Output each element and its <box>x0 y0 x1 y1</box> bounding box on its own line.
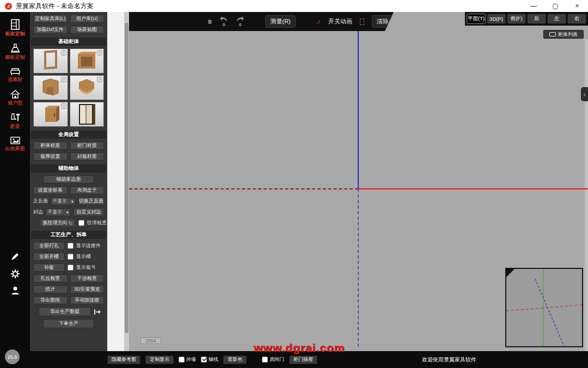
texture-direction-button[interactable]: 换纹理方向↻ <box>40 219 76 227</box>
welcome-text: 欢迎使用景翼家具软件 <box>422 356 476 364</box>
show-board-no-checkbox[interactable] <box>68 265 74 271</box>
thumb-corner-l-cabinet[interactable]: ? <box>33 75 68 100</box>
toggle-animation-button[interactable]: 开关动画 <box>328 17 352 26</box>
custom-display-button[interactable]: 定制显示 <box>145 355 174 364</box>
wardrobe-icon <box>77 103 96 126</box>
edge-band-dropdown[interactable]: 不显示▾ <box>46 208 71 216</box>
thumb-open-frame-cabinet[interactable]: ? <box>33 48 68 73</box>
show-board-no-label: 显示板号 <box>76 264 96 271</box>
process-production-header: 工艺生产、拆单 <box>31 231 106 239</box>
outer-wall-checkbox[interactable] <box>179 357 185 363</box>
place-order-button[interactable]: 下单生产 <box>43 319 94 328</box>
help-badge[interactable]: ? <box>61 77 66 82</box>
minimize-button[interactable]: — <box>523 0 544 12</box>
panel-scrollbar[interactable] <box>124 12 129 351</box>
slot-all-button[interactable]: 全部开槽 <box>33 253 65 261</box>
statistics-button[interactable]: 统计 <box>33 285 68 293</box>
help-badge[interactable]: ? <box>61 50 66 56</box>
redo-icon <box>236 16 244 22</box>
aux-polygon-button[interactable]: 辅助多边形 <box>43 175 94 183</box>
cabinet-door-drawer-button[interactable]: 柜门抽屉 <box>289 355 317 364</box>
set-coordinate-button[interactable]: 设置坐标系 <box>33 186 68 194</box>
account-button[interactable] <box>0 286 30 297</box>
door-material-button[interactable]: 柜门材质 <box>70 142 105 150</box>
rail-tool-hard-decor[interactable]: 硬装 <box>0 113 30 129</box>
aux-objects-header: 辅助物体 <box>31 164 106 173</box>
rail-tool-materials[interactable]: 选素材 <box>0 67 30 82</box>
preview-3d-install-button[interactable]: 3D安装预览 <box>70 285 105 293</box>
angle-ruler-icon[interactable] <box>316 17 321 26</box>
show-slot-checkbox[interactable] <box>68 254 74 260</box>
interference-check-button[interactable]: 干涉检查 <box>70 274 105 283</box>
scene-texture-button[interactable]: 场景贴图 <box>70 26 105 34</box>
user-lib-button[interactable]: 用户库(U) <box>70 15 105 23</box>
view-right-button[interactable]: 右 <box>567 14 586 24</box>
view-left-button[interactable]: 左 <box>547 14 566 24</box>
pencil-icon <box>10 252 20 261</box>
export-arrow-icon[interactable] <box>94 309 101 315</box>
right-scroll-strip[interactable] <box>585 39 588 351</box>
custom-furniture-lib-button[interactable]: 定制家具库(L) <box>33 15 68 23</box>
marquee-select-icon[interactable] <box>360 19 364 25</box>
orientation-minimap[interactable] <box>505 268 583 347</box>
undo-button[interactable]: 0 <box>219 16 228 27</box>
help-badge[interactable]: ? <box>61 103 66 109</box>
cabinet-material-button[interactable]: 柜体材质 <box>33 142 68 150</box>
manual-connection-button[interactable]: 手动加连接 <box>70 296 105 304</box>
axis-lines-checkbox[interactable] <box>201 357 207 363</box>
panel-expander-handle[interactable]: ‹ <box>581 87 588 101</box>
rail-tool-floorplan[interactable]: 画户型 <box>0 89 30 106</box>
outer-wall-toggle[interactable]: 外墙 <box>179 356 196 363</box>
drill-all-button[interactable]: 全部打孔 <box>33 242 65 250</box>
thumb-box-cabinet[interactable]: ? <box>70 48 105 73</box>
redo-button[interactable]: 0 <box>236 16 244 27</box>
left-tools-panel: 定制家具库(L) 用户库(U) 加载Dxf文件 场景贴图 基础柜体 ? ? ? … <box>30 12 107 351</box>
title-bar: J 景翼家具软件 - 未命名方案 — ▢ × <box>0 0 588 12</box>
minimap-red-axis <box>506 305 582 311</box>
layout-box-button[interactable]: 布局盒子 <box>70 186 105 194</box>
show-connector-checkbox[interactable] <box>68 243 74 249</box>
help-badge[interactable]: ? <box>97 77 102 82</box>
rail-tool-kitchen-custom[interactable]: 橱柜定制 <box>0 44 30 60</box>
rail-tool-cabinet-custom[interactable]: 柜体定制 <box>0 19 30 36</box>
room-door-checkbox[interactable] <box>262 357 268 363</box>
thumb-door-cabinet[interactable]: ? <box>33 102 68 127</box>
axis-lines-toggle[interactable]: 轴线 <box>201 356 218 363</box>
thumb-wardrobe[interactable] <box>70 102 105 127</box>
help-badge[interactable]: ? <box>97 50 102 56</box>
view-plan-button[interactable]: 平面(T) <box>467 14 486 24</box>
background-color-button[interactable]: 背景色 <box>223 355 247 364</box>
custom-edge-band-button[interactable]: 自定义封边 <box>74 208 104 216</box>
thumb-corner-round-cabinet[interactable]: ? <box>70 75 105 100</box>
load-dxf-button[interactable]: 加载Dxf文件 <box>33 26 68 34</box>
hide-reference-image-button[interactable]: 隐藏参考图 <box>107 355 140 364</box>
maximize-button[interactable]: ▢ <box>544 0 566 12</box>
door-cabinet-icon <box>41 103 60 125</box>
edit-button[interactable] <box>0 252 30 263</box>
rail-tool-render[interactable]: 出效果图 <box>0 136 30 151</box>
scrollbar-thumb[interactable] <box>125 23 128 333</box>
room-door-toggle[interactable]: 房间门 <box>262 356 284 363</box>
front-back-dropdown[interactable]: 不显示▾ <box>51 198 76 205</box>
seal-board-material-button[interactable]: 封板材质 <box>70 152 105 161</box>
hole-check-button[interactable]: 孔位检查 <box>33 274 68 283</box>
save-icon[interactable] <box>208 17 212 27</box>
show-slot-label: 显示槽 <box>76 253 91 260</box>
texture-check-checkbox[interactable] <box>78 220 84 226</box>
patch-board-button[interactable]: 补板 <box>33 263 65 272</box>
rail-tool-label: 画户型 <box>0 100 30 106</box>
corner-round-cabinet-icon <box>76 77 97 99</box>
cabinet-list-button[interactable]: 柜体列表 <box>543 30 584 39</box>
version-badge[interactable]: 25.6 <box>5 349 20 364</box>
switch-front-back-button[interactable]: 切换正反面 <box>78 197 104 205</box>
rail-tool-label: 硬装 <box>0 124 30 129</box>
export-drawings-button[interactable]: 导出图纸 <box>33 296 68 304</box>
view-back-button[interactable]: 后 <box>527 14 546 24</box>
export-production-data-button[interactable]: 导出生产数据 <box>39 307 91 316</box>
settings-button[interactable] <box>0 269 30 281</box>
view-front-button[interactable]: 前(F) <box>507 14 526 24</box>
measure-button[interactable]: 测量(R) <box>265 15 295 28</box>
board-thickness-button[interactable]: 板厚设置 <box>33 152 68 161</box>
close-button[interactable]: × <box>566 0 588 12</box>
view-3d-button[interactable]: 3D(P) <box>487 14 506 24</box>
